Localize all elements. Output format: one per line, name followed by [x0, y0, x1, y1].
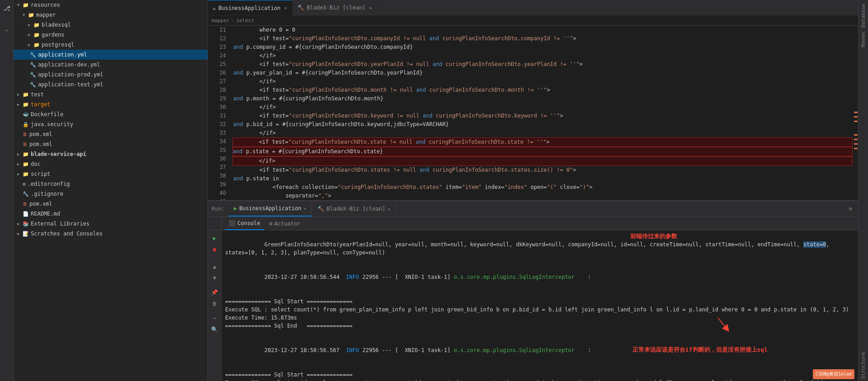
- tree-item-pom-xml-1[interactable]: 🗎 pom.xml: [14, 129, 208, 139]
- tree-item-bladexsql[interactable]: ▶ 📁 bladexsql: [14, 20, 208, 30]
- wrap-icon[interactable]: ↩: [210, 313, 220, 323]
- sidebar-database-label[interactable]: Database: [859, 2, 867, 29]
- left-icon-bar: ⎇ ⌃: [0, 0, 14, 381]
- bottom-tab-icons: ⚙: [843, 201, 858, 216]
- bottom-panel: Run: ▶ BusinessApplication ✕ 🔨 BladeX-Bi…: [208, 200, 858, 381]
- console-line-blank-1: [225, 289, 854, 297]
- tab-close-business-application[interactable]: ✕: [283, 5, 288, 11]
- sub-tab-actuator[interactable]: ⚙ Actuator: [266, 217, 304, 230]
- breadcrumb: mapper › select: [208, 16, 858, 26]
- console-line-execute-1: Execute SQL : select count(*) from green…: [225, 306, 854, 314]
- settings-icon[interactable]: ⚙: [845, 204, 855, 214]
- tree-item-doc[interactable]: ▶ 📁 doc: [14, 159, 208, 169]
- actuator-icon: ⚙: [269, 221, 273, 227]
- run-tab-2-close[interactable]: ✕: [388, 207, 391, 212]
- console-line-info-2: 2023-12-27 18:58:56.567 INFO 22956 --- […: [225, 338, 854, 362]
- tree-item-gardens[interactable]: ▶ 📁 gardens: [14, 30, 208, 40]
- main-wrapper: ☕ BusinessApplication ✕ 🔨 BladeX-Biz [cl…: [208, 0, 858, 381]
- run-tab-close[interactable]: ✕: [303, 206, 306, 211]
- run-tab-icon: ▶: [234, 205, 237, 212]
- code-content[interactable]: where 0 = 0 <if test="curingPlanInfoSear…: [230, 26, 853, 200]
- console-area: ▶ ■ ▲ ▼ 📌 🗑 ↩ 🔍 前端传过来的参数: [208, 230, 858, 381]
- tree-item-dockerfile[interactable]: 🐳 Dockerfile: [14, 109, 208, 119]
- filter-icon[interactable]: 🔍: [210, 325, 220, 334]
- tab-business-application[interactable]: ☕ BusinessApplication ✕: [208, 0, 293, 15]
- tree-item-gitignore[interactable]: 🔧 .gitignore: [14, 189, 208, 199]
- tree-item-application-dev-yml[interactable]: 🔧 application-dev.yml: [14, 60, 208, 70]
- vcs-icon[interactable]: ⌃: [0, 25, 13, 38]
- console-icon: ⬛: [229, 220, 236, 226]
- console-line-info-1: 2023-12-27 18:58:56.544 INFO 22956 --- […: [225, 265, 854, 289]
- run-tab-business-application[interactable]: ▶ BusinessApplication ✕: [228, 201, 312, 216]
- file-tree-panel: ▼ 📁 resources ▼ 📁 mapper ▶ 📁 bladexsql: [14, 0, 208, 381]
- rerun-icon[interactable]: ▶: [210, 233, 220, 243]
- stop-icon[interactable]: ■: [210, 245, 220, 254]
- tree-item-script[interactable]: ▶ 📁 script: [14, 169, 208, 179]
- right-sidebar: Database Maven Structure: [858, 0, 868, 381]
- console-line-sql-start: ============== Sql Start ==============: [225, 297, 854, 306]
- tree-item-test[interactable]: ▶ 📁 test: [14, 89, 208, 99]
- run-label: Run:: [208, 201, 228, 216]
- sub-tab-console[interactable]: ⬛ Console: [225, 217, 264, 230]
- pin-icon[interactable]: 📌: [210, 287, 220, 297]
- file-tree: ▼ 📁 resources ▼ 📁 mapper ▶ 📁 bladexsql: [14, 0, 208, 381]
- run-side-icons: [208, 217, 222, 230]
- bottom-tabs: Run: ▶ BusinessApplication ✕ 🔨 BladeX-Bi…: [208, 201, 858, 217]
- tree-item-readme[interactable]: 📄 README.md: [14, 209, 208, 219]
- sub-tab-bar: ⬛ Console ⚙ Actuator: [222, 217, 308, 230]
- tree-item-application-prod-yml[interactable]: 🔧 application-prod.yml: [14, 70, 208, 80]
- tree-item-editorconfig[interactable]: ⚙ .editorconfig: [14, 179, 208, 189]
- tree-item-target[interactable]: ▶ 📁 target: [14, 99, 208, 109]
- console-line-sql-end: ============== Sql End ==============: [225, 322, 854, 330]
- console-line-sql-start-2: ============== Sql Start ==============: [225, 371, 854, 379]
- commit-icon[interactable]: ⎇: [0, 2, 13, 14]
- console-line-green-plan: GreenPlanInfoSearchDto(yearPlanId=null, …: [225, 232, 854, 265]
- tree-item-pom-xml-root[interactable]: 🗎 pom.xml: [14, 199, 208, 209]
- run-controls: ▶ ■ ▲ ▼ 📌 🗑 ↩ 🔍: [208, 230, 222, 381]
- gutter-markers: [853, 26, 858, 200]
- run-tab-icon-2: 🔨: [317, 206, 324, 212]
- editor-section: ☕ BusinessApplication ✕ 🔨 BladeX-Biz [cl…: [208, 0, 858, 200]
- tree-item-blade-service-api[interactable]: ▶ 📁 blade-service-api: [14, 149, 208, 159]
- tab-bladex-biz[interactable]: 🔨 BladeX-Biz [clean] ✕: [293, 0, 378, 15]
- console-line-blank-3: [225, 362, 854, 371]
- tree-item-pom-xml-2[interactable]: 🗎 pom.xml: [14, 139, 208, 149]
- tree-item-mapper[interactable]: ▼ 📁 mapper: [14, 10, 208, 20]
- scroll-up-icon[interactable]: ▲: [210, 262, 220, 272]
- tree-item-application-yml[interactable]: 🔧 application.yml: [14, 50, 208, 60]
- sidebar-structure-label[interactable]: Structure: [859, 350, 867, 381]
- tree-item-resources[interactable]: ▼ 📁 resources: [14, 0, 208, 10]
- sidebar-maven-label[interactable]: Maven: [859, 30, 867, 49]
- tree-item-external-libraries[interactable]: ▶ 📚 External Libraries: [14, 219, 208, 229]
- console-output[interactable]: 前端传过来的参数 GreenPlanInfoSearchDto(yearPlan…: [222, 230, 858, 381]
- tree-item-application-test-yml[interactable]: 🔧 application-test.yml: [14, 80, 208, 89]
- tab-close-bladex-biz[interactable]: ✕: [368, 5, 373, 11]
- scroll-down-icon[interactable]: ▼: [210, 273, 220, 283]
- line-numbers: 2122232425262728293031323334353637383940…: [208, 26, 230, 200]
- tree-item-java-security[interactable]: 🔒 java.security: [14, 119, 208, 129]
- sub-tabs: ⬛ Console ⚙ Actuator: [208, 217, 858, 230]
- console-line-execute-2: Execute SQL : select p.id, p.plan_type, …: [225, 379, 854, 381]
- console-line-exec-time: Execute Time: 15.873ms: [225, 314, 854, 322]
- tab-icon-2: 🔨: [297, 5, 304, 11]
- code-editor: 2122232425262728293031323334353637383940…: [208, 26, 858, 200]
- console-line-blank-2: [225, 330, 854, 338]
- csdn-badge: CSDN@番茄Salad: [813, 369, 854, 379]
- tree-item-scratches-consoles[interactable]: ▶ 📝 Scratches and Consoles: [14, 229, 208, 239]
- tab-icon: ☕: [212, 5, 216, 11]
- clear-icon[interactable]: 🗑: [210, 299, 220, 309]
- tree-item-postgresql[interactable]: ▶ 📁 postgresql: [14, 40, 208, 50]
- editor-tabs: ☕ BusinessApplication ✕ 🔨 BladeX-Biz [cl…: [208, 0, 858, 16]
- run-tab-bladex[interactable]: 🔨 BladeX-Biz [clean] ✕: [312, 201, 396, 216]
